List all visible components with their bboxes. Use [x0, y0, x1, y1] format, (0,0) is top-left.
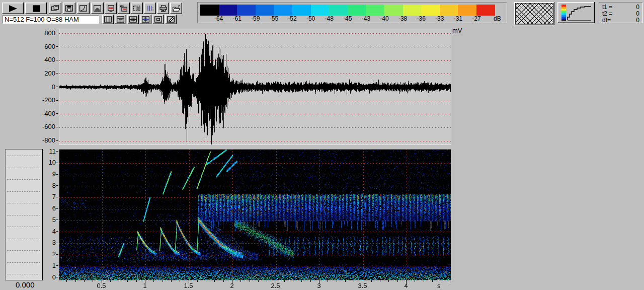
meter-gridline	[7, 239, 40, 239]
edit-button[interactable]	[165, 15, 177, 24]
time-axis-label: 3.5	[355, 282, 370, 289]
stop-icon	[29, 5, 44, 13]
axis-tick	[56, 140, 58, 141]
colorbar-segment	[256, 5, 274, 16]
quad-grid-button[interactable]	[127, 15, 139, 24]
quad-grid-cross-button[interactable]	[140, 15, 151, 24]
colorbar-tick-label: -31	[450, 16, 465, 22]
oscillogram-y-label: 600	[29, 43, 55, 50]
time-axis-label: 2.5	[268, 282, 283, 289]
svg-text:S: S	[150, 6, 154, 12]
shaded-box-button[interactable]	[131, 3, 143, 14]
printer-icon	[159, 5, 168, 12]
colorbar-tick-label: -36	[414, 16, 429, 22]
fft-settings-field: N=512 F=100 O=88 HAM	[3, 15, 99, 24]
colorbar-segment	[458, 5, 476, 16]
display-button[interactable]	[105, 3, 117, 14]
inner-box-icon	[154, 16, 163, 23]
colorbar-tick-label: -50	[303, 16, 318, 22]
colorbar-tick-label: -40	[377, 16, 392, 22]
axis-tick	[56, 151, 58, 152]
oscillogram-panel[interactable]	[59, 29, 451, 145]
waterfall-button[interactable]	[118, 3, 130, 14]
meter-gridline	[7, 156, 40, 156]
gamma-curve-button[interactable]	[77, 3, 90, 14]
spectrogram-canvas[interactable]	[59, 150, 451, 280]
axis-tick	[56, 113, 58, 114]
axis-tick	[56, 231, 58, 232]
axis-tick	[56, 73, 58, 74]
time-readout-label: t1 =	[602, 4, 612, 11]
time-axis-label: 4	[398, 282, 414, 289]
open-folder-button[interactable]	[170, 3, 182, 14]
time-axis-label: 0.5	[94, 282, 109, 289]
colorbar-tick-label: -38	[395, 16, 411, 22]
transfer-curve-icon	[559, 4, 593, 22]
spectrogram-panel[interactable]	[59, 149, 451, 281]
save-button[interactable]	[63, 3, 75, 14]
oscillogram-y-label: -800	[29, 137, 55, 143]
edit-icon	[167, 16, 175, 23]
axis-tick	[56, 220, 58, 220]
spectrogram-y-label: 7	[40, 193, 56, 200]
level-meter-value: 0.000	[16, 281, 35, 288]
axis-tick	[56, 174, 58, 175]
hatch-pattern-button[interactable]	[514, 2, 554, 25]
colorbar-tick-label: -33	[432, 16, 447, 22]
time-axis-unit-label: s	[437, 282, 441, 289]
meter-gridline	[7, 250, 40, 251]
meter-gridline	[7, 274, 40, 274]
colorbar-segment	[329, 5, 348, 16]
colorbar-segment	[366, 5, 384, 16]
colorbar-tick-label: -45	[340, 16, 355, 22]
copy-button[interactable]	[49, 3, 61, 14]
hatch-pattern-icon	[515, 3, 553, 24]
display-icon	[107, 5, 115, 12]
spectrogram-y-label: 6	[40, 205, 56, 211]
columns-view-button[interactable]	[102, 15, 114, 24]
meter-gridline	[7, 215, 40, 215]
printer-button[interactable]	[157, 3, 169, 14]
colorbar-segment	[348, 5, 366, 16]
play-button[interactable]	[2, 3, 24, 14]
window-function-button[interactable]	[91, 3, 104, 14]
quad-grid-icon	[129, 16, 137, 23]
top-strip-view-button[interactable]	[115, 15, 126, 24]
colorbar-tick-label: -52	[285, 16, 300, 22]
axis-tick	[56, 127, 58, 127]
colorbar-segment	[384, 5, 403, 16]
time-axis-label: 1	[137, 282, 152, 289]
colorbar-segment	[292, 5, 311, 16]
spectrogram-y-label: 1	[40, 262, 56, 269]
oscillogram-y-label: -400	[29, 110, 55, 117]
spectrum-s-button[interactable]: S	[144, 3, 156, 14]
spectrum-s-icon: S	[146, 5, 154, 12]
quad-grid-cross-icon	[141, 16, 150, 23]
window-function-icon	[93, 5, 102, 12]
stop-button[interactable]	[25, 3, 47, 14]
colorbar-segment	[403, 5, 422, 16]
sound-analysis-window: S N=512 F=100 O=88 HAM -64-61-59-55-52-5…	[0, 0, 644, 290]
axis-tick	[56, 46, 58, 47]
time-axis-ticks	[58, 280, 451, 284]
axis-tick	[56, 208, 58, 209]
colorbar-tick-label: -59	[248, 16, 263, 22]
transfer-curve-button[interactable]	[557, 2, 595, 23]
oscillogram-canvas[interactable]	[59, 29, 451, 144]
spectrogram-y-label: 4	[40, 228, 56, 235]
colorbar-panel: -64-61-59-55-52-50-48-45-43-40-38-36-33-…	[197, 2, 507, 23]
spectrogram-y-label: 9	[40, 171, 56, 177]
oscillogram-y-label: 0	[29, 84, 55, 90]
axis-tick	[56, 33, 58, 33]
level-meter-panel	[5, 149, 43, 280]
meter-gridline	[7, 179, 40, 180]
axis-tick	[56, 265, 58, 266]
time-axis-label: 3	[311, 282, 327, 289]
axis-tick	[56, 100, 58, 101]
spectrogram-y-label: 8	[40, 182, 56, 189]
colorbar-segment	[219, 5, 237, 16]
top-strip-view-icon	[116, 16, 125, 23]
colorbar-segment	[237, 5, 256, 16]
inner-box-button[interactable]	[152, 15, 164, 24]
colorbar-segment	[311, 5, 330, 16]
